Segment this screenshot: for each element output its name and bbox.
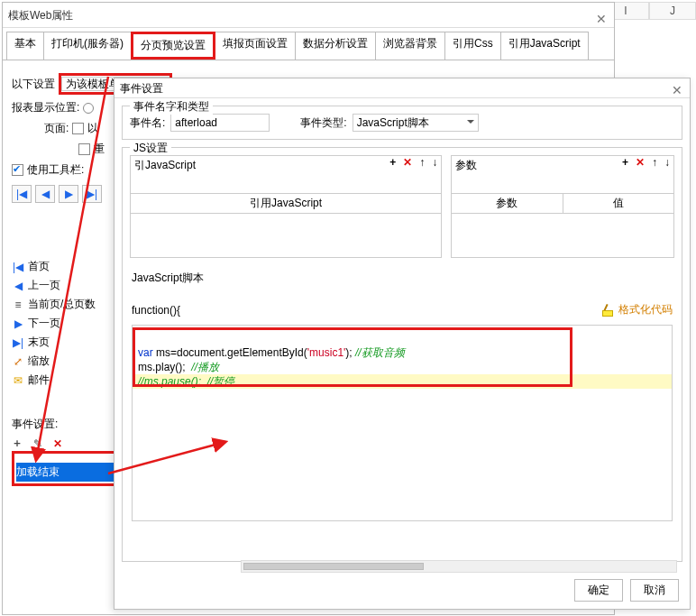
page-label: 页面:: [44, 121, 69, 136]
param-body[interactable]: [452, 214, 673, 257]
tabs-bar: 基本 打印机(服务器) 分页预览设置 填报页面设置 数据分析设置 浏览器背景 引…: [3, 28, 614, 60]
tab-data-analysis[interactable]: 数据分析设置: [295, 32, 376, 60]
scrollbar-thumb[interactable]: [243, 563, 424, 570]
param-header: 参数: [452, 194, 563, 213]
cancel-button[interactable]: 取消: [630, 579, 679, 602]
arrow-up-icon[interactable]: ↑: [652, 156, 657, 169]
report-pos-label: 报表显示位置:: [12, 100, 79, 115]
function-label: function(){: [132, 304, 180, 317]
radio-pos[interactable]: [83, 103, 94, 114]
name-type-legend: 事件名字和类型: [130, 99, 213, 115]
arrow-up-icon[interactable]: ↑: [419, 156, 425, 169]
pencil-icon[interactable]: ✎: [33, 437, 42, 450]
js-ref-header: 引用JavaScript: [131, 194, 441, 213]
value-header: 值: [563, 194, 673, 213]
horizontal-scrollbar[interactable]: [241, 560, 677, 573]
format-code-button[interactable]: 格式化代码: [602, 302, 673, 317]
plus-icon[interactable]: +: [389, 156, 396, 169]
tb-next-icon[interactable]: ▶: [59, 185, 78, 203]
dialog1-titlebar: 模板Web属性 ✕: [3, 3, 614, 28]
tab-fill-page[interactable]: 填报页面设置: [215, 32, 296, 60]
plus-icon[interactable]: ＋: [12, 436, 23, 451]
chevron-down-icon: [467, 120, 474, 127]
param-table: 参数 值: [452, 193, 673, 257]
delete-icon[interactable]: ✕: [636, 156, 645, 169]
arrow-down-icon[interactable]: ↓: [432, 156, 437, 169]
delete-icon[interactable]: ✕: [53, 437, 62, 450]
event-name-label: 事件名:: [130, 115, 165, 131]
tab-basic[interactable]: 基本: [6, 32, 44, 60]
name-type-group: 事件名字和类型 事件名: 事件类型: JavaScript脚本: [122, 106, 682, 140]
script-type-label: JavaScript脚本: [132, 271, 673, 286]
checkbox-toolbar[interactable]: [12, 164, 23, 176]
dialog2-title: 事件设置: [120, 82, 163, 95]
tb-first-icon[interactable]: |◀: [12, 185, 32, 203]
arrow-down-icon[interactable]: ↓: [664, 156, 670, 169]
dialog1-title: 模板Web属性: [8, 9, 73, 22]
js-ref-panel: 引JavaScript + ✕ ↑ ↓ 引用JavaScript: [130, 155, 442, 258]
tab-page-preview[interactable]: 分页预览设置: [131, 32, 215, 60]
code-editor[interactable]: var ms=document.getElementById('music1')…: [132, 325, 673, 521]
delete-icon[interactable]: ✕: [403, 156, 412, 169]
js-settings-group: JS设置 引JavaScript + ✕ ↑ ↓ 引用JavaScript 参数: [122, 147, 682, 562]
toolbar-label: 使用工具栏:: [27, 162, 84, 178]
tab-ref-js[interactable]: 引用JavaScript: [500, 32, 589, 60]
param-panel: 参数 + ✕ ↑ ↓ 参数 值: [451, 155, 674, 258]
close-icon[interactable]: ✕: [672, 80, 682, 100]
js-legend: JS设置: [130, 141, 171, 156]
close-icon[interactable]: ✕: [596, 6, 607, 32]
plus-icon[interactable]: +: [622, 156, 628, 169]
tab-ref-css[interactable]: 引用Css: [444, 32, 501, 60]
event-type-label: 事件类型:: [300, 115, 346, 131]
tb-prev-icon[interactable]: ◀: [35, 185, 55, 203]
checkbox-1[interactable]: [72, 123, 84, 134]
checkbox-2[interactable]: [78, 143, 90, 155]
function-header-row: function(){ 格式化代码: [132, 302, 673, 317]
js-ref-table: 引用JavaScript: [131, 193, 441, 257]
setting-label: 以下设置: [12, 77, 55, 92]
dialog2-titlebar: 事件设置 ✕: [114, 78, 690, 98]
ok-button[interactable]: 确定: [574, 579, 623, 602]
event-settings-dialog: 事件设置 ✕ 事件名字和类型 事件名: 事件类型: JavaScript脚本 J…: [114, 78, 691, 610]
tab-browser-bg[interactable]: 浏览器背景: [375, 32, 445, 60]
event-name-input[interactable]: [170, 114, 270, 132]
tb-last-icon[interactable]: ▶|: [82, 185, 102, 203]
dialog2-buttons: 确定 取消: [574, 579, 679, 602]
js-ref-body[interactable]: [131, 214, 441, 257]
event-type-dropdown[interactable]: JavaScript脚本: [353, 114, 479, 132]
broom-icon: [602, 304, 615, 317]
col-J: J: [649, 2, 696, 20]
tab-printer[interactable]: 打印机(服务器): [43, 32, 132, 60]
code-content: var ms=document.getElementById('music1')…: [133, 326, 672, 394]
